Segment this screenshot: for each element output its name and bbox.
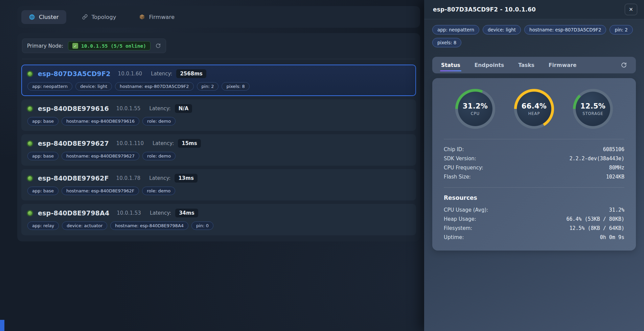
tab-status[interactable]: Status bbox=[441, 57, 460, 73]
tab-firmware-detail-label: Firmware bbox=[549, 62, 577, 68]
main-area: Cluster Topology Firmware bbox=[17, 6, 420, 241]
heap-gauge-label: HEAP bbox=[528, 111, 540, 116]
detail-value: 80MHz bbox=[609, 165, 624, 171]
resource-row-cpu-usage: CPU Usage (Avg): 31.2% bbox=[444, 205, 624, 214]
status-content-card: 31.2% CPU 66.4% HEAP 12.5% STORAGE Chi bbox=[432, 78, 636, 251]
tag-pill: hostname: esp-840D8E9798A4 bbox=[110, 221, 188, 230]
storage-gauge-label: STORAGE bbox=[582, 111, 603, 116]
cpu-gauge: 31.2% CPU bbox=[455, 89, 495, 129]
panel-header: esp-807D3A5CD9F2 - 10.0.1.60 ✕ bbox=[424, 0, 644, 19]
storage-gauge-value: 12.5% bbox=[580, 102, 605, 110]
tab-status-label: Status bbox=[441, 62, 460, 68]
online-status-dot bbox=[27, 210, 33, 216]
node-name: esp-840D8E979627 bbox=[38, 140, 109, 147]
primary-refresh-button[interactable] bbox=[155, 43, 161, 49]
online-status-dot bbox=[27, 105, 33, 112]
tag-pill: app: relay bbox=[27, 221, 59, 230]
node-tags: app: base hostname: esp-840D8E97962F rol… bbox=[27, 187, 411, 195]
node-name: esp-807D3A5CD9F2 bbox=[38, 70, 111, 77]
globe-icon bbox=[29, 14, 35, 20]
panel-refresh-button[interactable] bbox=[621, 57, 627, 73]
tag-pill: hostname: esp-840D8E979627 bbox=[62, 152, 139, 160]
device-details: Chip ID: 6085106 SDK Version: 2.2.2-dev(… bbox=[444, 145, 624, 181]
tab-firmware[interactable]: Firmware bbox=[132, 10, 182, 24]
resource-row-heap-usage: Heap Usage: 66.4% (53KB / 80KB) bbox=[444, 214, 624, 223]
detail-row-cpu-frequency: CPU Frequency: 80MHz bbox=[444, 163, 624, 172]
tag-pill: hostname: esp-807D3A5CD9F2 bbox=[115, 82, 194, 91]
divider bbox=[444, 187, 624, 188]
node-row-esp-840D8E97962F[interactable]: esp-840D8E97962F 10.0.1.78 Latency: 13ms… bbox=[21, 169, 416, 200]
node-row-esp-840D8E9798A4[interactable]: esp-840D8E9798A4 10.0.1.53 Latency: 34ms… bbox=[21, 204, 416, 235]
primary-node-label: Primary Node: bbox=[27, 43, 63, 49]
primary-node-status-badge: ✓ 10.0.1.55 (5/5 online) bbox=[68, 41, 151, 50]
tag-pill: role: demo bbox=[142, 187, 175, 195]
tag-pill: device: actuator bbox=[62, 221, 107, 230]
resources-heading: Resources bbox=[444, 194, 624, 201]
tab-firmware-detail[interactable]: Firmware bbox=[549, 57, 577, 73]
node-ip: 10.0.1.53 bbox=[117, 210, 141, 216]
heap-gauge-value: 66.4% bbox=[522, 102, 547, 110]
latency-value: 34ms bbox=[175, 209, 198, 217]
latency-label: Latency: bbox=[149, 175, 170, 181]
detail-value: 31.2% bbox=[609, 207, 624, 213]
tab-topology-label: Topology bbox=[92, 14, 116, 20]
detail-value: 0h 0m 9s bbox=[600, 234, 624, 240]
node-row-esp-807D3A5CD9F2[interactable]: esp-807D3A5CD9F2 10.0.1.60 Latency: 2568… bbox=[21, 65, 416, 96]
tag-pill: app: neopattern bbox=[27, 82, 72, 91]
node-detail-panel: esp-807D3A5CD9F2 - 10.0.1.60 ✕ app: neop… bbox=[424, 0, 644, 331]
tag-pill: pixels: 8 bbox=[222, 82, 249, 91]
node-name: esp-840D8E9798A4 bbox=[38, 209, 109, 217]
tag-pill: pin: 0 bbox=[191, 221, 213, 230]
tag-pill: pixels: 8 bbox=[432, 38, 461, 47]
corner-accent bbox=[0, 320, 4, 331]
detail-label: Filesystem: bbox=[444, 225, 472, 231]
tab-endpoints[interactable]: Endpoints bbox=[475, 57, 504, 73]
tag-pill: device: light bbox=[483, 25, 521, 34]
node-tags: app: base hostname: esp-840D8E979627 rol… bbox=[27, 152, 411, 160]
tab-topology[interactable]: Topology bbox=[74, 10, 124, 24]
tag-pill: device: light bbox=[75, 82, 112, 91]
tab-firmware-label: Firmware bbox=[149, 14, 175, 20]
tag-pill: hostname: esp-840D8E97962F bbox=[62, 187, 139, 195]
tag-pill: pin: 2 bbox=[610, 25, 632, 34]
detail-label: CPU Frequency: bbox=[444, 165, 483, 171]
latency-value: 13ms bbox=[175, 174, 197, 183]
tag-pill: role: demo bbox=[142, 152, 176, 160]
resource-row-uptime: Uptime: 0h 0m 9s bbox=[444, 233, 624, 242]
top-nav: Cluster Topology Firmware bbox=[17, 6, 420, 28]
node-row-esp-840D8E979627[interactable]: esp-840D8E979627 10.0.1.110 Latency: 15m… bbox=[21, 134, 416, 166]
node-row-esp-840D8E979616[interactable]: esp-840D8E979616 10.0.1.55 Latency: N/A … bbox=[21, 99, 416, 131]
storage-gauge: 12.5% STORAGE bbox=[573, 89, 613, 129]
detail-label: Chip ID: bbox=[444, 146, 464, 152]
divider bbox=[22, 59, 415, 59]
node-tags: app: neopattern device: light hostname: … bbox=[27, 82, 411, 91]
latency-label: Latency: bbox=[149, 105, 170, 112]
detail-label: Heap Usage: bbox=[444, 216, 476, 222]
latency-label: Latency: bbox=[153, 140, 174, 146]
resource-row-filesystem: Filesystem: 12.5% (8KB / 64KB) bbox=[444, 223, 624, 233]
node-tags: app: relay device: actuator hostname: es… bbox=[27, 221, 411, 230]
cpu-gauge-value: 31.2% bbox=[463, 102, 488, 110]
heap-gauge: 66.4% HEAP bbox=[514, 89, 554, 129]
link-icon bbox=[82, 14, 88, 20]
tag-pill: hostname: esp-807D3A5CD9F2 bbox=[524, 25, 606, 34]
resource-list: CPU Usage (Avg): 31.2% Heap Usage: 66.4%… bbox=[444, 205, 624, 242]
latency-label: Latency: bbox=[150, 210, 171, 216]
detail-row-sdk-version: SDK Version: 2.2.2-dev(38a443e) bbox=[444, 154, 624, 163]
cpu-gauge-label: CPU bbox=[471, 111, 480, 116]
close-button[interactable]: ✕ bbox=[625, 4, 637, 15]
tag-pill: pin: 2 bbox=[197, 82, 219, 91]
latency-label: Latency: bbox=[151, 71, 172, 77]
node-ip: 10.0.1.60 bbox=[118, 71, 142, 77]
tab-tasks[interactable]: Tasks bbox=[518, 57, 534, 73]
detail-value: 2.2.2-dev(38a443e) bbox=[569, 156, 624, 162]
check-icon: ✓ bbox=[72, 43, 78, 49]
tab-cluster[interactable]: Cluster bbox=[21, 10, 66, 24]
active-tab-underline bbox=[440, 70, 461, 71]
primary-node-bar: Primary Node: ✓ 10.0.1.55 (5/5 online) bbox=[22, 39, 166, 53]
node-name: esp-840D8E979616 bbox=[38, 105, 109, 112]
tag-pill: hostname: esp-840D8E979616 bbox=[62, 117, 139, 125]
detail-value: 66.4% (53KB / 80KB) bbox=[566, 216, 624, 222]
detail-label: Flash Size: bbox=[444, 174, 471, 180]
gauges: 31.2% CPU 66.4% HEAP 12.5% STORAGE bbox=[444, 89, 624, 129]
